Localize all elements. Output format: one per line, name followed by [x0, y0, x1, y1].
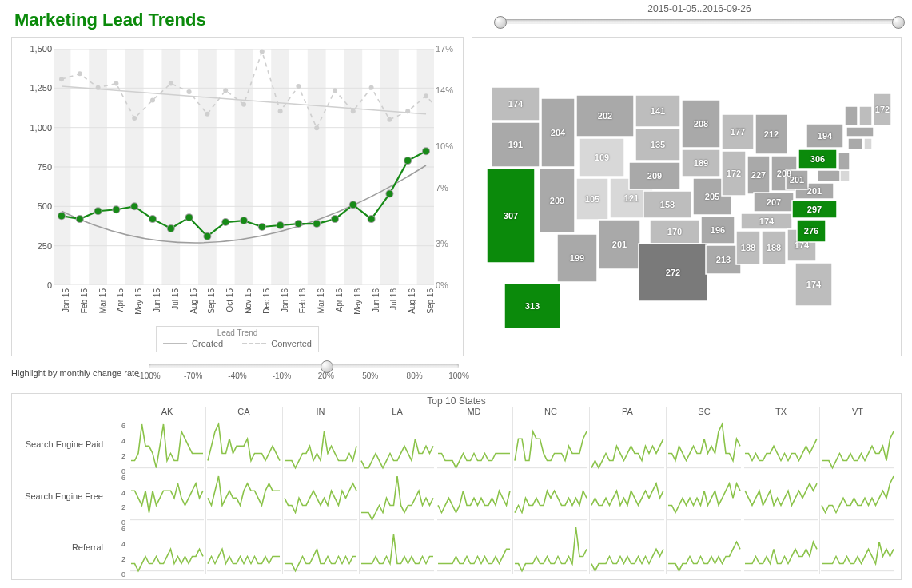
map-state-RI[interactable]: [864, 138, 872, 149]
map-state-FL[interactable]: [795, 263, 832, 306]
sparkline-cell[interactable]: [359, 471, 436, 523]
sparkline-cell[interactable]: [589, 522, 666, 574]
sparkline-cell[interactable]: [359, 522, 436, 574]
map-state-TN[interactable]: [741, 213, 792, 229]
sparkline-cell[interactable]: [666, 471, 743, 523]
map-state-ME[interactable]: [874, 93, 891, 125]
map-state-MD[interactable]: [818, 170, 842, 181]
map-state-CT[interactable]: [848, 138, 862, 149]
y-right-tick: 17%: [436, 44, 458, 54]
sparkline-cell[interactable]: [819, 522, 896, 574]
legend-title: Lead Trend: [163, 328, 312, 337]
sparkline-cell[interactable]: [666, 522, 743, 574]
sparkline-cell[interactable]: [512, 471, 589, 523]
sparkline-cell[interactable]: [743, 471, 819, 523]
sparkline-cell[interactable]: [589, 419, 666, 471]
sparkline-cell[interactable]: [436, 522, 512, 574]
map-state-WI[interactable]: [722, 114, 754, 149]
map-state-CA[interactable]: [487, 169, 535, 263]
sparkline-cell[interactable]: [512, 522, 589, 574]
sparkline-cell[interactable]: [819, 419, 896, 471]
sparkline-col-header: IN: [282, 407, 359, 416]
map-state-MS[interactable]: [736, 231, 760, 264]
map-state-DE[interactable]: [840, 170, 850, 181]
map-state-SD[interactable]: [635, 129, 680, 161]
sparkline-cell[interactable]: [436, 419, 512, 471]
sparkline-cell[interactable]: 0246: [129, 419, 205, 471]
map-state-WY[interactable]: [579, 138, 624, 177]
map-state-NE[interactable]: [629, 162, 680, 189]
sparkline-cell[interactable]: [359, 419, 436, 471]
sparkline-cell[interactable]: [436, 471, 512, 523]
sparkline-cell[interactable]: [512, 419, 589, 471]
slider-handle-right[interactable]: [892, 16, 905, 29]
legend-label-created: Created: [192, 339, 223, 348]
map-state-SC[interactable]: [797, 220, 826, 242]
map-state-NV[interactable]: [540, 169, 575, 232]
map-state-VT[interactable]: [845, 106, 858, 125]
sparkline-cell[interactable]: [205, 522, 282, 574]
map-state-IL[interactable]: [722, 151, 746, 196]
map-state-MT[interactable]: [576, 95, 634, 137]
svg-point-33: [314, 125, 319, 130]
map-state-OR[interactable]: [492, 122, 540, 167]
map-state-NH[interactable]: [859, 106, 872, 125]
sparkline-cell[interactable]: [589, 471, 666, 523]
map-state-AL[interactable]: [762, 231, 786, 264]
map-state-PA[interactable]: [798, 149, 837, 169]
map-state-KY[interactable]: [754, 193, 794, 212]
map-state-KS[interactable]: [643, 191, 691, 218]
map-state-ID[interactable]: [541, 98, 575, 167]
sparkline-cell[interactable]: 0246: [129, 471, 205, 523]
map-state-UT[interactable]: [576, 178, 608, 220]
sparkline-cell[interactable]: [666, 419, 743, 471]
map-state-NY[interactable]: [806, 124, 843, 148]
sparkline-cell[interactable]: [819, 471, 896, 523]
svg-point-71: [222, 219, 229, 225]
map-state-NJ[interactable]: [838, 153, 850, 170]
sparkline-cell[interactable]: [743, 522, 819, 574]
sparkline-cell[interactable]: [282, 419, 359, 471]
map-state-IN[interactable]: [747, 156, 770, 194]
x-tick: Aug 15: [189, 288, 198, 314]
map-state-AZ[interactable]: [557, 234, 597, 282]
map-state-AR[interactable]: [701, 217, 735, 244]
svg-point-22: [114, 81, 118, 86]
svg-point-81: [404, 157, 411, 164]
map-state-WA[interactable]: [492, 87, 540, 121]
top10-states-panel: Top 10 States Search Engine PaidSearch E…: [11, 393, 902, 580]
map-state-NC[interactable]: [792, 201, 837, 218]
map-state-TX[interactable]: [639, 244, 707, 301]
map-state-AK[interactable]: [504, 284, 560, 328]
sparkline-y-tick: 0: [121, 570, 125, 578]
sparkline-cell[interactable]: 0246: [129, 522, 205, 574]
svg-point-75: [295, 220, 301, 227]
svg-point-23: [132, 116, 137, 121]
x-tick: Jan 15: [62, 288, 70, 312]
map-state-MN[interactable]: [682, 100, 720, 148]
sparkline-cell[interactable]: [282, 522, 359, 574]
map-state-OK[interactable]: [650, 220, 699, 244]
map-state-NM[interactable]: [599, 220, 640, 269]
date-range-slider[interactable]: 2015-01-05..2016-09-26: [500, 3, 899, 30]
map-state-WV[interactable]: [786, 170, 808, 189]
map-state-MI[interactable]: [755, 114, 787, 154]
map-state-IA[interactable]: [682, 149, 720, 177]
slider-handle-left[interactable]: [494, 16, 507, 29]
us-map-choropleth[interactable]: 1741913072092041051992021091212011411352…: [472, 37, 902, 356]
lead-trend-chart[interactable]: 02505007501,0001,2501,500 0%3%7%10%14%17…: [11, 37, 464, 356]
sparkline-col-header: LA: [359, 407, 436, 416]
sparkline-cell[interactable]: [282, 471, 359, 523]
highlight-slider[interactable]: Highlight by monthly change rate -100%-7…: [11, 361, 459, 385]
map-state-ND[interactable]: [635, 95, 680, 127]
sparkline-cell[interactable]: [205, 471, 282, 523]
sparkline-col-header: TX: [743, 407, 819, 416]
sparkline-col-header: SC: [666, 407, 743, 416]
x-tick: May 15: [134, 288, 143, 315]
sparkline-cell[interactable]: [743, 419, 819, 471]
svg-point-80: [386, 191, 392, 197]
x-tick: Mar 16: [317, 288, 325, 313]
sparkline-cell[interactable]: [205, 419, 282, 471]
sparkline-row-label: Referral: [72, 522, 103, 572]
map-state-MA[interactable]: [846, 127, 874, 137]
